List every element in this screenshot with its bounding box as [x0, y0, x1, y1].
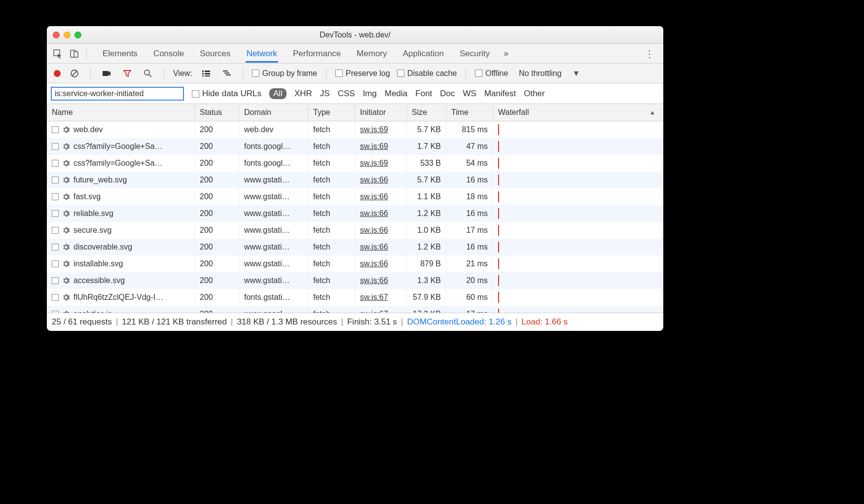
svg-rect-8 [202, 71, 204, 72]
cell-type: fetch [308, 255, 355, 272]
cell-time: 54 ms [446, 155, 493, 172]
column-initiator[interactable]: Initiator [355, 104, 407, 121]
request-name: fast.svg [73, 192, 101, 201]
initiator-link[interactable]: sw.js:67 [360, 310, 388, 313]
filter-chip-font[interactable]: Font [415, 89, 432, 99]
cell-time: 60 ms [446, 289, 493, 306]
group-by-frame-checkbox[interactable]: Group by frame [252, 69, 317, 78]
status-resources: 318 KB / 1.3 MB resources [237, 317, 337, 327]
checkbox-icon[interactable] [52, 126, 59, 133]
filter-chip-img[interactable]: Img [363, 89, 377, 99]
table-row[interactable]: analytics.js200www.googl…fetchsw.js:6717… [47, 306, 663, 313]
initiator-link[interactable]: sw.js:66 [360, 243, 388, 252]
cell-size: 1.7 KB [407, 138, 446, 155]
disable-cache-checkbox[interactable]: Disable cache [397, 69, 457, 78]
tab-network[interactable]: Network [246, 45, 278, 63]
table-row[interactable]: css?family=Google+Sa…200fonts.googl…fetc… [47, 138, 663, 155]
large-rows-icon[interactable] [199, 67, 213, 80]
filter-chip-all[interactable]: All [269, 88, 287, 99]
camera-icon[interactable] [100, 67, 113, 80]
checkbox-icon[interactable] [52, 227, 59, 234]
checkbox-icon[interactable] [52, 277, 59, 284]
more-tabs-icon[interactable]: » [504, 48, 508, 59]
tab-memory[interactable]: Memory [356, 45, 388, 63]
checkbox-icon[interactable] [52, 160, 59, 167]
checkbox-icon[interactable] [52, 260, 59, 267]
initiator-link[interactable]: sw.js:66 [360, 209, 388, 218]
throttling-select[interactable]: No throttling [519, 69, 561, 78]
checkbox-icon[interactable] [52, 244, 59, 251]
table-row[interactable]: discoverable.svg200www.gstati…fetchsw.js… [47, 239, 663, 255]
initiator-link[interactable]: sw.js:66 [360, 176, 388, 184]
filter-icon[interactable] [120, 67, 134, 80]
table-row[interactable]: installable.svg200www.gstati…fetchsw.js:… [47, 255, 663, 272]
cell-type: fetch [308, 188, 355, 205]
search-icon[interactable] [141, 67, 155, 80]
table-row[interactable]: css?family=Google+Sa…200fonts.googl…fetc… [47, 155, 663, 172]
chevron-down-icon[interactable]: ▼ [573, 69, 580, 78]
checkbox-icon[interactable] [52, 210, 59, 217]
filter-chip-ws[interactable]: WS [463, 89, 476, 99]
filter-chip-doc[interactable]: Doc [440, 89, 455, 99]
checkbox-icon[interactable] [52, 311, 59, 313]
initiator-link[interactable]: sw.js:69 [360, 125, 388, 134]
table-row[interactable]: flUhRq6tzZclQEJ-Vdg-I…200fonts.gstati…fe… [47, 289, 663, 306]
hide-data-urls-checkbox[interactable]: Hide data URLs [192, 89, 261, 99]
initiator-link[interactable]: sw.js:69 [360, 159, 388, 168]
column-domain[interactable]: Domain [239, 104, 308, 121]
tab-performance[interactable]: Performance [292, 45, 342, 63]
table-row[interactable]: accessible.svg200www.gstati…fetchsw.js:6… [47, 272, 663, 289]
svg-rect-14 [223, 71, 228, 72]
inspect-element-icon[interactable] [51, 47, 65, 61]
column-size[interactable]: Size [407, 104, 446, 121]
column-type[interactable]: Type [308, 104, 355, 121]
filter-chip-xhr[interactable]: XHR [294, 89, 312, 99]
initiator-link[interactable]: sw.js:67 [360, 293, 388, 302]
checkbox-icon[interactable] [52, 193, 59, 200]
clear-icon[interactable] [68, 67, 81, 80]
filter-input[interactable] [51, 87, 184, 101]
column-waterfall[interactable]: Waterfall▲ [493, 104, 663, 121]
status-dcl: DOMContentLoaded: 1.26 s [407, 317, 512, 327]
preserve-log-checkbox[interactable]: Preserve log [335, 69, 390, 78]
tab-elements[interactable]: Elements [102, 45, 139, 63]
tab-application[interactable]: Application [402, 45, 445, 63]
cell-time: 815 ms [446, 121, 493, 138]
column-time[interactable]: Time [446, 104, 493, 121]
panel-tabs: ElementsConsoleSourcesNetworkPerformance… [102, 45, 491, 63]
cell-status: 200 [195, 222, 239, 239]
initiator-link[interactable]: sw.js:69 [360, 142, 388, 151]
checkbox-icon[interactable] [52, 294, 59, 301]
record-icon[interactable] [54, 70, 61, 77]
waterfall-view-icon[interactable] [220, 67, 234, 80]
kebab-menu-icon[interactable]: ⋮ [640, 48, 659, 60]
filter-chip-other[interactable]: Other [524, 89, 545, 99]
table-row[interactable]: web.dev200web.devfetchsw.js:695.7 KB815 … [47, 121, 663, 138]
initiator-link[interactable]: sw.js:66 [360, 276, 388, 285]
device-toolbar-icon[interactable] [68, 47, 81, 61]
filter-chip-media[interactable]: Media [385, 89, 407, 99]
filter-chip-js[interactable]: JS [320, 89, 330, 99]
table-row[interactable]: future_web.svg200www.gstati…fetchsw.js:6… [47, 172, 663, 188]
tab-console[interactable]: Console [152, 45, 185, 63]
table-row[interactable]: reliable.svg200www.gstati…fetchsw.js:661… [47, 205, 663, 222]
initiator-link[interactable]: sw.js:66 [360, 192, 388, 201]
tab-security[interactable]: Security [459, 45, 491, 63]
cell-status: 200 [195, 239, 239, 255]
cell-size: 533 B [407, 155, 446, 172]
cell-status: 200 [195, 205, 239, 222]
checkbox-icon[interactable] [52, 177, 59, 183]
filter-chip-css[interactable]: CSS [338, 89, 355, 99]
checkbox-icon[interactable] [52, 143, 59, 150]
column-name[interactable]: Name [47, 104, 195, 121]
offline-checkbox[interactable]: Offline [475, 69, 508, 78]
column-status[interactable]: Status [195, 104, 239, 121]
table-row[interactable]: secure.svg200www.gstati…fetchsw.js:661.0… [47, 222, 663, 239]
initiator-link[interactable]: sw.js:66 [360, 226, 388, 235]
table-row[interactable]: fast.svg200www.gstati…fetchsw.js:661.1 K… [47, 188, 663, 205]
cell-size: 879 B [407, 255, 446, 272]
filter-chip-manifest[interactable]: Manifest [484, 89, 516, 99]
tab-sources[interactable]: Sources [199, 45, 231, 63]
status-load: Load: 1.66 s [522, 317, 568, 327]
initiator-link[interactable]: sw.js:66 [360, 259, 388, 268]
